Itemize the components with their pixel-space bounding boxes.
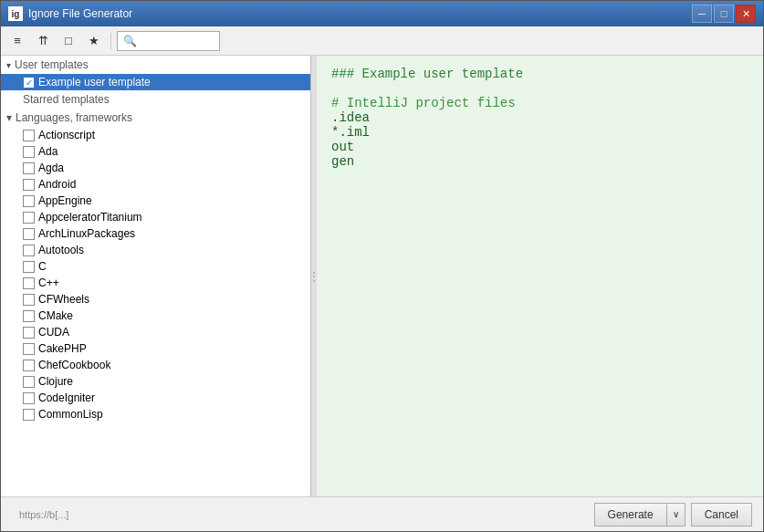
left-panel: ▾ User templates ✓ Example user template… — [1, 56, 311, 496]
generate-button[interactable]: Generate — [594, 503, 666, 527]
example-template-item[interactable]: ✓ Example user template — [1, 74, 310, 90]
label-c: C — [38, 260, 47, 273]
starred-templates-header: Starred templates — [1, 90, 310, 109]
item-clojure[interactable]: Clojure — [1, 373, 310, 390]
label-codeigniter: CodeIgniter — [38, 391, 95, 404]
footer: https://b[...] Generate ∨ Cancel — [1, 496, 763, 531]
maximize-button[interactable]: □ — [714, 5, 734, 23]
toolbar-separator — [110, 33, 111, 49]
generate-button-group: Generate ∨ — [594, 503, 686, 527]
languages-label: Languages, frameworks — [16, 111, 132, 124]
search-icon: 🔍 — [123, 35, 137, 47]
footer-link: https://b[...] — [19, 509, 68, 520]
user-templates-arrow: ▾ — [6, 60, 11, 70]
checkbox-cakephp[interactable] — [23, 343, 35, 355]
checkbox-codeigniter[interactable] — [23, 392, 35, 404]
checkbox-archlinuxpackages[interactable] — [23, 228, 35, 240]
example-template-checkbox[interactable]: ✓ — [23, 77, 35, 89]
app-icon: ig — [8, 6, 23, 21]
languages-arrow: ▾ — [6, 111, 12, 124]
generate-dropdown-button[interactable]: ∨ — [666, 503, 686, 527]
checkbox-android[interactable] — [23, 179, 35, 191]
item-appceleratortitanium[interactable]: AppceleratorTitanium — [1, 209, 310, 225]
item-cakephp[interactable]: CakePHP — [1, 340, 310, 357]
item-android[interactable]: Android — [1, 176, 310, 193]
code-iml: *.iml — [331, 125, 748, 140]
checkbox-ada[interactable] — [23, 146, 35, 158]
label-actionscript: Actionscript — [38, 129, 95, 141]
title-bar-left: ig Ignore File Generator — [8, 6, 132, 21]
label-agda: Agda — [38, 162, 64, 174]
label-cpp: C++ — [38, 276, 59, 289]
collapse-button[interactable]: ⇈ — [32, 30, 54, 52]
item-autotools[interactable]: Autotools — [1, 242, 310, 258]
label-commonlisp: CommonLisp — [38, 408, 103, 421]
item-chefcookbook[interactable]: ChefCookbook — [1, 357, 310, 373]
item-agda[interactable]: Agda — [1, 160, 310, 176]
item-commonlisp[interactable]: CommonLisp — [1, 406, 310, 422]
languages-section-header[interactable]: ▾ Languages, frameworks — [1, 109, 310, 127]
item-archlinuxpackages[interactable]: ArchLinuxPackages — [1, 225, 310, 242]
checkbox-appengine[interactable] — [23, 195, 35, 207]
close-button[interactable]: ✕ — [736, 5, 756, 23]
window-title: Ignore File Generator — [28, 7, 132, 20]
search-box[interactable]: 🔍 — [117, 31, 220, 51]
code-heading: ### Example user template — [331, 67, 748, 81]
label-cakephp: CakePHP — [38, 342, 87, 355]
toolbar: ≡ ⇈ □ ★ 🔍 — [1, 26, 763, 56]
code-gen: gen — [331, 154, 748, 169]
label-android: Android — [38, 178, 76, 191]
checkbox-cuda[interactable] — [23, 327, 35, 339]
checkbox-c[interactable] — [23, 261, 35, 273]
cancel-button[interactable]: Cancel — [691, 503, 752, 527]
star-button[interactable]: ★ — [83, 30, 105, 52]
list-button[interactable]: ≡ — [6, 30, 28, 52]
checkbox-cfwheels[interactable] — [23, 294, 35, 306]
item-ada[interactable]: Ada — [1, 143, 310, 160]
checkbox-autotools[interactable] — [23, 245, 35, 256]
example-template-label: Example user template — [38, 76, 151, 89]
view-button[interactable]: □ — [58, 30, 79, 52]
title-bar: ig Ignore File Generator ─ □ ✕ — [1, 1, 763, 26]
label-cmake: CMake — [38, 309, 73, 322]
code-idea: .idea — [331, 110, 748, 125]
item-appengine[interactable]: AppEngine — [1, 193, 310, 209]
item-codeigniter[interactable]: CodeIgniter — [1, 390, 310, 406]
checkbox-agda[interactable] — [23, 162, 35, 174]
code-comment: # IntelliJ project files — [331, 96, 748, 110]
checkbox-chefcookbook[interactable] — [23, 360, 35, 371]
checkbox-cpp[interactable] — [23, 277, 35, 289]
search-input[interactable] — [141, 35, 214, 47]
item-cmake[interactable]: CMake — [1, 308, 310, 324]
label-cfwheels: CFWheels — [38, 293, 89, 306]
label-appengine: AppEngine — [38, 194, 92, 207]
label-cuda: CUDA — [38, 326, 69, 339]
checkbox-cmake[interactable] — [23, 310, 35, 322]
item-cfwheels[interactable]: CFWheels — [1, 291, 310, 308]
label-archlinuxpackages: ArchLinuxPackages — [38, 227, 135, 240]
item-cpp[interactable]: C++ — [1, 275, 310, 291]
main-window: ig Ignore File Generator ─ □ ✕ ≡ ⇈ □ ★ 🔍… — [0, 0, 764, 532]
label-chefcookbook: ChefCookbook — [38, 359, 110, 371]
checkbox-clojure[interactable] — [23, 376, 35, 388]
right-panel: ### Example user template # IntelliJ pro… — [317, 56, 763, 496]
item-actionscript[interactable]: Actionscript — [1, 127, 310, 143]
label-autotools: Autotools — [38, 244, 84, 256]
user-templates-header[interactable]: ▾ User templates — [1, 56, 310, 74]
label-appceleratortitanium: AppceleratorTitanium — [38, 211, 142, 224]
label-ada: Ada — [38, 145, 58, 158]
checkbox-commonlisp[interactable] — [23, 409, 35, 421]
title-bar-controls: ─ □ ✕ — [692, 5, 756, 23]
user-templates-label: User templates — [15, 58, 89, 71]
minimize-button[interactable]: ─ — [692, 5, 712, 23]
label-clojure: Clojure — [38, 375, 73, 388]
code-out: out — [331, 140, 748, 154]
item-c[interactable]: C — [1, 258, 310, 275]
item-cuda[interactable]: CUDA — [1, 324, 310, 340]
checkbox-actionscript[interactable] — [23, 130, 35, 141]
main-content: ▾ User templates ✓ Example user template… — [1, 56, 763, 496]
checkbox-appceleratortitanium[interactable] — [23, 212, 35, 224]
starred-templates-label: Starred templates — [23, 93, 110, 106]
